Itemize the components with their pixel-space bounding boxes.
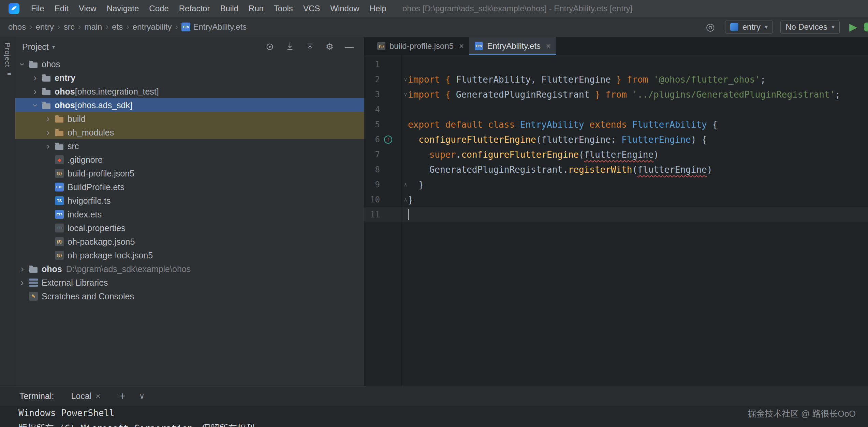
chevron-collapsed-icon[interactable]: › [17, 265, 27, 274]
menu-vcs[interactable]: VCS [298, 0, 325, 17]
chevron-collapsed-icon[interactable]: › [43, 114, 53, 124]
tab-entryability-ets[interactable]: ETSEntryAbility.ets× [469, 37, 556, 55]
code-line-10[interactable]: 10∧} [364, 192, 868, 207]
code-line-3[interactable]: 3∨import { GeneratedPluginRegistrant } f… [364, 87, 868, 102]
menu-view[interactable]: View [74, 0, 102, 17]
chevron-expanded-icon[interactable]: › [18, 59, 27, 69]
tree-item-oh-package-json5[interactable]: ›{5}oh-package.json5 [15, 235, 364, 248]
run-button[interactable]: ▶ [849, 21, 857, 33]
tree-item-external-libraries[interactable]: ›External Libraries [15, 276, 364, 289]
code-line-6[interactable]: 6↑ configureFlutterEngine(flutterEngine:… [364, 132, 868, 147]
code-line-4[interactable]: 4 [364, 102, 868, 117]
fold-marker-icon[interactable]: ∨ [403, 76, 408, 83]
override-method-icon[interactable]: ↑ [384, 136, 392, 144]
breadcrumb-item-main[interactable]: main [84, 22, 102, 32]
tree-item-src[interactable]: ›src [15, 139, 364, 153]
locate-file-icon[interactable] [265, 42, 274, 51]
fold-marker-icon[interactable]: ∨ [403, 91, 408, 98]
line-number: 10 [364, 195, 380, 204]
tree-item-buildprofile-ets[interactable]: ›ETSBuildProfile.ets [15, 180, 364, 194]
menu-tools[interactable]: Tools [269, 0, 298, 17]
tree-item-label: hvigorfile.ts [68, 196, 111, 206]
tree-item-ohosd-pgram-ads-sdk-example-ohos[interactable]: ›ohosD:\pgram\ads_sdk\example\ohos [15, 262, 364, 276]
module-selector[interactable]: entry ▾ [725, 20, 773, 34]
breadcrumb-separator-icon: › [102, 22, 112, 32]
chevron-collapsed-icon[interactable]: › [43, 128, 53, 137]
menu-refactor[interactable]: Refactor [174, 0, 215, 17]
fold-marker-icon[interactable]: ∧ [403, 197, 408, 203]
breadcrumb-separator-icon: › [54, 22, 64, 32]
code-line-1[interactable]: 1 [364, 57, 868, 72]
terminal-output[interactable]: Windows PowerShell版权所有 (C) Microsoft Cor… [0, 406, 868, 427]
tree-item-label: oh-package.json5 [68, 237, 135, 247]
tree-item-ohos-ohos-ads-sdk[interactable]: ›ohos [ohos.ads_sdk] [15, 98, 364, 112]
menu-edit[interactable]: Edit [49, 0, 74, 17]
code-line-5[interactable]: 5export default class EntryAbility exten… [364, 117, 868, 132]
menu-build[interactable]: Build [215, 0, 243, 17]
device-selector-label: No Devices [785, 22, 827, 32]
terminal-tab-local[interactable]: Local × [71, 391, 100, 401]
tree-item-label: entry [55, 73, 75, 83]
library-icon [29, 279, 38, 287]
gear-icon[interactable]: ⚙ [326, 42, 334, 51]
collapse-all-icon[interactable] [306, 42, 314, 51]
close-icon[interactable]: × [95, 392, 100, 401]
breadcrumb-item-entryability[interactable]: entryability [133, 22, 172, 32]
ets-file-icon: ETS [181, 23, 190, 31]
breadcrumb-item-entry[interactable]: entry [36, 22, 54, 32]
tree-item-label: oh_modules [68, 128, 114, 138]
code-line-11[interactable]: 11 [364, 207, 868, 222]
device-manager-icon[interactable]: ◎ [706, 21, 715, 33]
chevron-collapsed-icon[interactable]: › [17, 278, 27, 287]
tree-item-index-ets[interactable]: ›ETSindex.ets [15, 208, 364, 221]
breadcrumb-item-src[interactable]: src [64, 22, 75, 32]
menu-window[interactable]: Window [325, 0, 364, 17]
chevron-collapsed-icon[interactable]: › [43, 142, 53, 151]
chevron-collapsed-icon[interactable]: › [30, 87, 40, 96]
project-stripe-button[interactable]: Project [3, 43, 12, 67]
menu-file[interactable]: File [26, 0, 49, 17]
menu-help[interactable]: Help [365, 0, 392, 17]
tree-item-scratches-and-consoles[interactable]: ›✎Scratches and Consoles [15, 289, 364, 303]
main-area: Project Project ▾ ⚙ — [0, 37, 868, 386]
tree-item-local-properties[interactable]: ›≡local.properties [15, 221, 364, 235]
menu-run[interactable]: Run [244, 0, 269, 17]
tree-item-ohos[interactable]: ›ohos [15, 57, 364, 71]
debug-button[interactable] [864, 23, 868, 31]
chevron-down-icon[interactable]: ▾ [52, 43, 55, 51]
chevron-collapsed-icon[interactable]: › [30, 73, 40, 83]
code-editor[interactable]: 12∨import { FlutterAbility, FlutterEngin… [364, 55, 868, 386]
code-line-2[interactable]: 2∨import { FlutterAbility, FlutterEngine… [364, 72, 868, 87]
tree-item-ohos-ohos-integration-test[interactable]: ›ohos [ohos.integration_test] [15, 85, 364, 98]
code-line-8[interactable]: 8 GeneratedPluginRegistrant.registerWith… [364, 162, 868, 177]
close-icon[interactable]: × [459, 41, 464, 51]
tree-item-hvigorfile-ts[interactable]: ›TShvigorfile.ts [15, 194, 364, 208]
tab-build-profile-json5[interactable]: {5}build-profile.json5× [372, 37, 469, 55]
code-line-9[interactable]: 9∧ } [364, 177, 868, 192]
code-text: import { GeneratedPluginRegistrant } fro… [408, 89, 840, 100]
hide-panel-icon[interactable]: — [345, 42, 354, 51]
fold-marker-icon[interactable]: ∧ [403, 182, 408, 188]
tree-item-entry[interactable]: ›entry [15, 71, 364, 85]
line-number: 8 [364, 165, 380, 174]
chevron-expanded-icon[interactable]: › [31, 100, 40, 110]
terminal-title: Terminal: [19, 391, 54, 401]
close-icon[interactable]: × [546, 41, 551, 51]
tree-item-oh-package-lock-json5[interactable]: ›{5}oh-package-lock.json5 [15, 248, 364, 262]
breadcrumb-item-entryability-ets[interactable]: ETSEntryAbility.ets [181, 22, 247, 32]
code-line-7[interactable]: 7 super.configureFlutterEngine(flutterEn… [364, 147, 868, 162]
tree-item-build[interactable]: ›build [15, 112, 364, 126]
menu-navigate[interactable]: Navigate [102, 0, 144, 17]
tree-item-label: ohos [55, 100, 75, 110]
tree-item-build-profile-json5[interactable]: ›{5}build-profile.json5 [15, 167, 364, 180]
breadcrumb-item-ohos[interactable]: ohos [8, 22, 26, 32]
tree-item-oh-modules[interactable]: ›oh_modules [15, 126, 364, 139]
breadcrumb-item-ets[interactable]: ets [112, 22, 123, 32]
project-panel-title[interactable]: Project [22, 42, 49, 52]
menu-code[interactable]: Code [144, 0, 174, 17]
expand-all-icon[interactable] [285, 42, 294, 51]
chevron-down-icon[interactable]: ∨ [139, 392, 145, 401]
device-selector[interactable]: No Devices ▾ [780, 20, 840, 34]
new-terminal-button[interactable]: + [119, 390, 126, 402]
tree-item-gitignore[interactable]: ›◆.gitignore [15, 153, 364, 167]
